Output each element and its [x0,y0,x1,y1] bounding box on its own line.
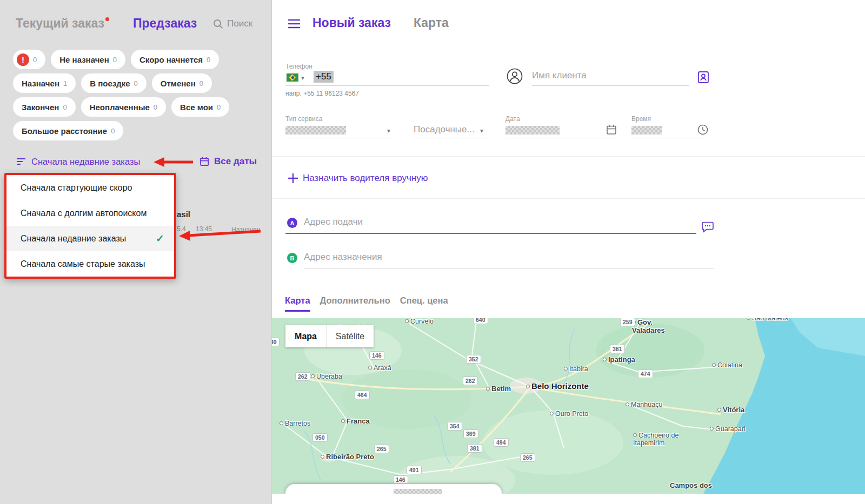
destination-address-input[interactable] [304,252,628,263]
country-chevron-icon[interactable]: ▾ [301,74,304,82]
phone-underline [285,85,489,86]
service-type-value-redacted[interactable] [285,126,346,135]
phone-input[interactable]: +55 [314,71,334,83]
chip-label: Все мои [180,103,213,112]
map-type-map-button[interactable]: Mapa [285,325,326,347]
order-item-status: Назначен [231,226,260,233]
comment-icon[interactable] [701,221,714,233]
date-underline [505,138,617,138]
status-filter-chips: !0Не назначен0Скоро начнется0Назначен1В … [13,50,263,140]
map-city-label: Guarapari [710,425,746,433]
road-badge: 262 [463,377,478,385]
chip-status-filter[interactable]: Отменен0 [152,73,212,93]
road-badge: 146 [369,351,384,360]
assign-driver-button[interactable]: Назначить водителя вручную [303,173,428,184]
time-clock-icon[interactable] [697,124,709,136]
chip-status-filter[interactable]: Не назначен0 [51,50,125,69]
map-city-label: Araxá [368,364,391,372]
map-city-label: Campos dos [670,482,712,490]
chip-count: 0 [217,103,221,111]
map-search-bar[interactable] [285,484,502,494]
tab-special-price[interactable]: Спец. цена [400,295,448,312]
chip-status-filter[interactable]: Скоро начнется0 [131,50,219,69]
chip-urgent[interactable]: !0 [13,50,45,69]
divider [272,285,865,285]
road-badge: 494 [494,438,509,447]
date-filter-button[interactable]: Все даты [199,156,257,167]
nav-map-link[interactable]: Карта [414,16,449,30]
person-icon [506,68,523,85]
seats-select[interactable]: Посадочные... [414,124,475,135]
brazil-flag-icon[interactable] [287,73,298,82]
road-badge: 050 [312,433,328,442]
chip-label: Неоплаченные [90,103,150,112]
dates-label: Все даты [214,156,257,167]
chip-status-filter[interactable]: Неоплаченные0 [81,97,166,117]
map-city-label: Ribeirão Preto [321,453,374,461]
chip-count: 0 [113,56,117,64]
sort-menu-item[interactable]: Сначала с долгим автопоиском [6,200,174,226]
contacts-book-icon[interactable] [696,71,710,84]
road-badge: 381 [610,345,625,353]
chip-label: Отменен [161,79,196,88]
sort-menu-item[interactable]: Сначала самые старые заказы [6,251,174,277]
dispatcher-app: Текущий заказ Предзаказ Поиск !0Не назна… [0,0,865,504]
tab-map[interactable]: Карта [285,295,310,312]
search-label: Поиск [227,18,252,29]
date-calendar-icon[interactable] [606,124,617,136]
road-badge: 265 [520,453,535,462]
map-type-satellite-button[interactable]: Satélite [326,325,374,347]
service-chevron-icon[interactable]: ▾ [387,127,390,135]
divider [272,198,865,199]
tab-additional[interactable]: Дополнительно [320,295,390,312]
date-value-redacted[interactable] [505,126,560,135]
time-underline [631,138,709,138]
tab-preorders[interactable]: Предзаказ [133,16,197,31]
chip-count: 1 [63,79,67,88]
chip-status-filter[interactable]: Все мои0 [171,97,229,117]
seats-chevron-icon[interactable]: ▾ [480,127,483,135]
phone-label: Телефон [285,63,312,70]
chip-label: Назначен [22,79,59,88]
road-badge: 262 [295,372,310,381]
road-badge: 146 [393,475,408,484]
map-canvas[interactable]: PatrocínioCurveloGov. ValadaresSão Mateu… [272,318,865,494]
chip-label: Не назначен [59,55,109,64]
order-item-date: 5.4 [177,225,186,233]
order-item-time: 13:45 [196,225,212,233]
map-city-label: Franca [341,418,370,426]
sort-menu-item-label: Сначала самые старые заказы [21,259,145,269]
map-city-label: Vitória [717,406,744,414]
map-city-label: Betim [486,385,511,393]
sort-menu: Сначала стартующие скороСначала с долгим… [4,173,176,279]
chip-status-filter[interactable]: В поездке0 [81,73,147,93]
pickup-address-input[interactable] [304,217,628,227]
road-badge: 464 [355,391,370,399]
time-value-redacted[interactable] [631,126,662,135]
chip-count: 0 [207,56,210,64]
notification-dot [105,17,109,21]
search-button[interactable]: Поиск [213,18,252,29]
road-badge: 259 [620,318,635,326]
map-search-redacted [394,489,442,494]
chip-status-filter[interactable]: Большое расстояние0 [13,121,123,140]
sort-order-button[interactable]: Сначала недавние заказы [16,156,140,167]
map-city-label: Curvelo [405,318,434,325]
sort-label: Сначала недавние заказы [31,157,140,167]
client-name-input[interactable] [532,70,683,81]
chip-status-filter[interactable]: Назначен1 [13,73,76,93]
sort-menu-item[interactable]: Сначала стартующие скоро [6,175,174,200]
orders-sidebar: Текущий заказ Предзаказ Поиск !0Не назна… [0,0,272,504]
road-badge: 265 [374,445,389,453]
check-icon: ✓ [156,232,164,245]
order-item-name-fragment[interactable]: asil [177,210,190,219]
sort-menu-item-label: Сначала стартующие скоро [21,183,132,193]
sort-menu-item[interactable]: Сначала недавние заказы✓ [6,226,174,251]
sort-menu-item-label: Сначала с долгим автопоиском [21,209,147,218]
alert-icon: ! [17,53,29,66]
destination-underline [304,268,714,268]
tab-current-orders[interactable]: Текущий заказ [16,16,109,31]
road-badge: 381 [467,444,482,453]
menu-icon[interactable] [287,17,302,31]
chip-status-filter[interactable]: Закончен0 [13,97,76,117]
